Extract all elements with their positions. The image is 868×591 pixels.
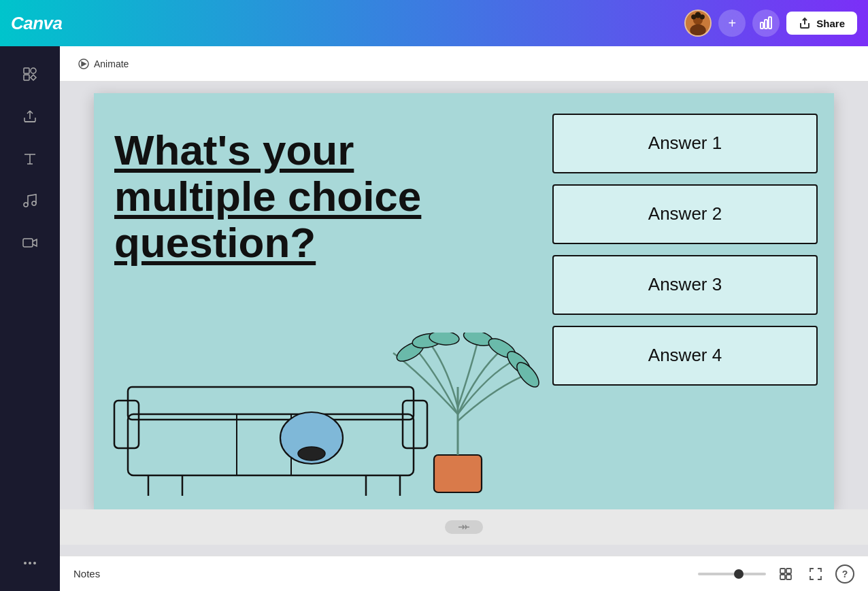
sidebar-item-more[interactable] — [8, 543, 52, 583]
sidebar-item-video[interactable] — [8, 223, 52, 263]
zoom-thumb — [734, 569, 744, 579]
sidebar-item-elements[interactable] — [8, 54, 52, 94]
svg-point-16 — [29, 562, 31, 564]
content-area: Animate What's your multiple choice ques… — [60, 46, 868, 591]
fullscreen-icon — [808, 567, 823, 581]
svg-rect-14 — [23, 239, 33, 247]
svg-rect-21 — [114, 401, 139, 448]
animate-button[interactable]: Animate — [71, 54, 135, 74]
sofa-svg — [101, 333, 563, 509]
answer-box-3[interactable]: Answer 3 — [552, 255, 818, 315]
handle-icon — [457, 524, 471, 530]
grid-icon — [778, 567, 793, 581]
canvas-area: What's your multiple choice question? — [60, 82, 868, 556]
answer-box-4[interactable]: Answer 4 — [552, 326, 818, 386]
header: Canva + — [0, 0, 868, 46]
svg-rect-42 — [780, 575, 785, 579]
avatar[interactable] — [684, 10, 712, 37]
more-icon — [22, 555, 38, 571]
zoom-slider[interactable] — [698, 573, 766, 575]
svg-rect-6 — [761, 22, 763, 29]
main-layout: Animate What's your multiple choice ques… — [0, 46, 868, 591]
question-text[interactable]: What's your multiple choice question? — [114, 127, 509, 267]
svg-point-17 — [33, 562, 36, 564]
toolbar: Animate — [60, 46, 868, 82]
svg-point-12 — [24, 203, 28, 207]
svg-point-5 — [695, 12, 701, 18]
sidebar-item-upload[interactable] — [8, 97, 52, 136]
fullscreen-button[interactable] — [805, 564, 826, 584]
help-button[interactable]: ? — [835, 564, 854, 584]
svg-point-13 — [32, 201, 36, 205]
svg-point-15 — [24, 562, 27, 564]
footer-right: ? — [698, 564, 854, 584]
header-actions: + Share — [684, 10, 857, 37]
svg-rect-41 — [786, 569, 791, 573]
slide[interactable]: What's your multiple choice question? — [94, 93, 834, 509]
svg-rect-31 — [434, 455, 482, 492]
svg-rect-43 — [786, 575, 791, 579]
answer-box-2[interactable]: Answer 2 — [552, 184, 818, 244]
svg-rect-40 — [780, 569, 785, 573]
video-icon — [22, 235, 38, 251]
footer: Notes — [60, 556, 868, 591]
answers-container: Answer 1 Answer 2 Answer 3 Answer 4 — [552, 114, 818, 386]
sidebar-item-text[interactable] — [8, 139, 52, 178]
add-button[interactable]: + — [718, 10, 746, 37]
svg-rect-22 — [403, 401, 427, 448]
analytics-button[interactable] — [752, 10, 780, 37]
bottom-panel — [60, 509, 868, 545]
svg-point-10 — [31, 68, 36, 73]
svg-rect-8 — [769, 17, 771, 29]
illustration — [101, 333, 563, 509]
animate-icon — [78, 58, 90, 70]
svg-point-30 — [298, 447, 325, 460]
elements-icon — [22, 66, 38, 82]
sidebar — [0, 46, 60, 591]
share-button[interactable]: Share — [786, 12, 857, 35]
svg-rect-19 — [128, 414, 414, 475]
panel-handle[interactable] — [445, 520, 483, 534]
text-icon — [22, 150, 38, 167]
logo[interactable]: Canva — [11, 13, 63, 34]
svg-rect-11 — [24, 75, 29, 80]
sidebar-item-audio[interactable] — [8, 181, 52, 220]
notes-label: Notes — [73, 568, 100, 579]
upload-icon — [22, 108, 38, 124]
grid-view-button[interactable] — [775, 564, 796, 584]
answer-box-1[interactable]: Answer 1 — [552, 114, 818, 173]
svg-rect-7 — [765, 20, 767, 29]
svg-rect-9 — [24, 68, 29, 73]
audio-icon — [22, 192, 38, 209]
